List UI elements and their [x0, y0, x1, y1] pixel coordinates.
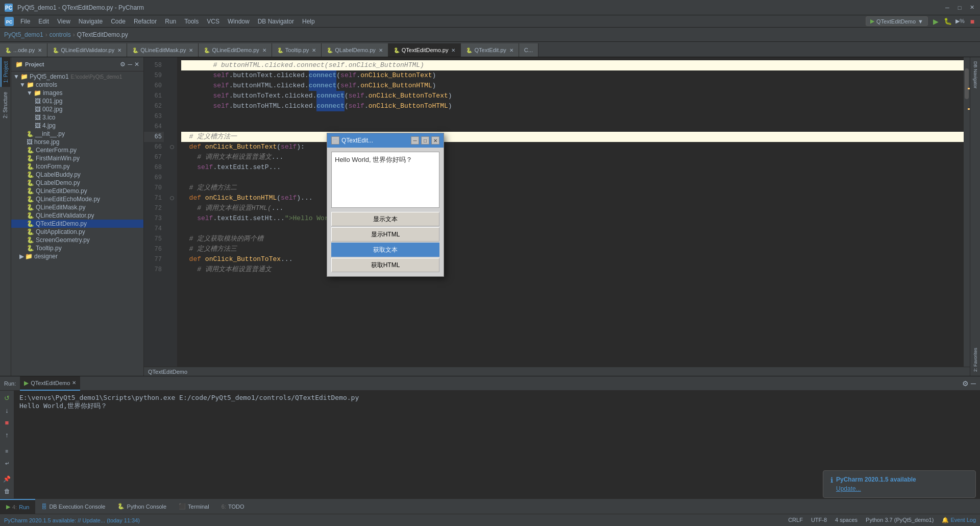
debug-button[interactable]: 🐛 — [942, 16, 953, 27]
project-collapse-icon[interactable]: ─ — [128, 61, 132, 68]
tab-close[interactable]: ✕ — [189, 47, 193, 53]
tree-designer[interactable]: ▶ 📁 designer — [11, 252, 143, 260]
minimize-button[interactable]: ─ — [943, 4, 951, 12]
bottom-tab-run[interactable]: ▶ 4: Run — [0, 499, 35, 514]
tab-close[interactable]: ✕ — [262, 47, 266, 53]
menu-dbnavigator[interactable]: DB Navigator — [254, 15, 298, 28]
tree-qlineeditechomode[interactable]: 🐍 QLineEditEchoMode.py — [11, 195, 143, 203]
tree-qlineeditvalidator[interactable]: 🐍 QLineEditValidator.py — [11, 211, 143, 220]
dialog-btn-show-html[interactable]: 显示HTML — [331, 227, 439, 242]
run-minimize-icon[interactable]: ─ — [971, 379, 976, 388]
tab-close[interactable]: ✕ — [117, 47, 121, 53]
wrap-button[interactable]: ↵ — [2, 458, 12, 468]
menu-window[interactable]: Window — [224, 15, 254, 28]
pin-button[interactable]: 📌 — [2, 474, 12, 484]
sidebar-tab-favorites[interactable]: 2: Favorites — [971, 344, 979, 376]
tree-qtexteditdemo[interactable]: 🐍 QTextEditDemo.py — [11, 220, 143, 228]
tree-tooltip[interactable]: 🐍 Tooltip.py — [11, 244, 143, 252]
dialog-maximize-button[interactable]: □ — [421, 136, 429, 145]
status-crlf[interactable]: CRLF — [788, 517, 803, 523]
scroll-up-button[interactable]: ↑ — [2, 429, 12, 440]
run-settings-icon[interactable]: ⚙ — [962, 379, 969, 388]
trash-button[interactable]: 🗑 — [2, 486, 12, 496]
run-tab-name[interactable]: QTextEditDemo — [31, 380, 70, 386]
breadcrumb-folder[interactable]: controls — [50, 31, 71, 38]
stop-run-button[interactable]: ■ — [2, 417, 12, 427]
run-button[interactable]: ▶ — [930, 16, 941, 27]
tree-qlineeditdemo[interactable]: 🐍 QLineEditDemo.py — [11, 187, 143, 195]
tree-firstmainwin[interactable]: 🐍 FirstMainWin.py — [11, 154, 143, 162]
run-with-coverage[interactable]: ▶% — [954, 16, 966, 27]
tree-qlabeldemo[interactable]: 🐍 QLabelDemo.py — [11, 179, 143, 187]
tab-close[interactable]: ✕ — [509, 47, 513, 53]
tree-controls[interactable]: ▼ 📁 controls — [11, 81, 143, 89]
menu-tools[interactable]: Tools — [180, 15, 203, 28]
stop-button[interactable]: ■ — [967, 16, 978, 27]
menu-edit[interactable]: Edit — [34, 15, 53, 28]
tree-screengeometry[interactable]: 🐍 ScreenGeometry.py — [11, 236, 143, 244]
menu-view[interactable]: View — [53, 15, 75, 28]
sidebar-tab-dbnavigator[interactable]: DB Navigator — [971, 57, 979, 93]
menu-refactor[interactable]: Refactor — [130, 15, 161, 28]
status-python[interactable]: Python 3.7 (PyQt5_demo1) — [866, 517, 934, 523]
tree-iconform[interactable]: 🐍 IconForm.py — [11, 162, 143, 171]
menu-code[interactable]: Code — [107, 15, 130, 28]
run-tab-close[interactable]: ✕ — [72, 380, 76, 386]
tab-close[interactable]: ✕ — [38, 47, 42, 53]
status-encoding[interactable]: UTF-8 — [811, 517, 827, 523]
tab-qlabeldemo[interactable]: 🐍 QLabelDemo.py ✕ — [322, 43, 388, 57]
bottom-tab-db-console[interactable]: 🗄 DB Execution Console — [35, 499, 111, 514]
menu-vcs[interactable]: VCS — [203, 15, 224, 28]
tab-close[interactable]: ✕ — [451, 47, 455, 53]
tree-images[interactable]: ▼ 📁 images — [11, 89, 143, 97]
bottom-tab-python-console[interactable]: 🐍 Python Console — [111, 499, 173, 514]
tree-horsejpg[interactable]: 🖼 horse.jpg — [11, 138, 143, 146]
tree-init[interactable]: 🐍 __init__.py — [11, 130, 143, 138]
dialog-btn-show-text[interactable]: 显示文本 — [331, 212, 439, 226]
project-settings-icon[interactable]: ⚙ — [120, 61, 126, 68]
tree-qlabelbuddy[interactable]: 🐍 QLabelBuddy.py — [11, 171, 143, 179]
tree-root[interactable]: ▼ 📁 PyQt5_demo1 E:\code\PyQt5_demo1 — [11, 73, 143, 81]
pycharm-update-status[interactable]: PyCharm 2020.1.5 available: // Update...… — [4, 517, 140, 523]
filter-button[interactable]: ≡ — [2, 446, 12, 456]
dialog-btn-get-text[interactable]: 获取文本 — [331, 243, 439, 257]
close-button[interactable]: ✕ — [968, 4, 976, 12]
tab-qlineeditdemo[interactable]: 🐍 QLineEditDemo.py ✕ — [199, 43, 272, 57]
menu-help[interactable]: Help — [298, 15, 319, 28]
tab-qlineeditmask[interactable]: 🐍 QLineEditMask.py ✕ — [127, 43, 199, 57]
tree-qlineeditmask[interactable]: 🐍 QLineEditMask.py — [11, 203, 143, 211]
code-content[interactable]: 58 59 60 61 62 63 64 65 66 67 68 69 70 7… — [144, 57, 970, 367]
dialog-minimize-button[interactable]: ─ — [411, 136, 419, 145]
tree-3ico[interactable]: 🖼 3.ico — [11, 113, 143, 122]
menu-file[interactable]: File — [16, 15, 34, 28]
status-event-log[interactable]: 🔔 Event Log — [942, 517, 976, 523]
bottom-tab-terminal[interactable]: ⬛ Terminal — [173, 499, 215, 514]
maximize-button[interactable]: □ — [955, 4, 964, 12]
scroll-down-button[interactable]: ↓ — [2, 405, 12, 415]
tree-4jpg[interactable]: 🖼 4.jpg — [11, 122, 143, 130]
rerun-button[interactable]: ↺ — [2, 393, 12, 403]
sidebar-tab-structure[interactable]: 2: Structure — [1, 88, 10, 123]
dialog-btn-get-html[interactable]: 获取HTML — [331, 258, 439, 272]
tree-001jpg[interactable]: 🖼 001.jpg — [11, 97, 143, 105]
tree-centerform[interactable]: 🐍 CenterForm.py — [11, 146, 143, 154]
run-config-selector[interactable]: ▶ QTextEditDemo ▼ — [866, 16, 928, 26]
status-indent[interactable]: 4 spaces — [835, 517, 857, 523]
bottom-tab-todo[interactable]: 6: TODO — [215, 499, 251, 514]
tab-tooltip[interactable]: 🐍 Tooltip.py ✕ — [272, 43, 322, 57]
tab-qlineeditvalidator[interactable]: 🐍 QLineEditValidator.py ✕ — [47, 43, 127, 57]
tab-code-py[interactable]: 🐍 ...ode.py ✕ — [0, 43, 47, 57]
breadcrumb-project[interactable]: PyQt5_demo1 — [4, 31, 43, 38]
tab-qtextedit[interactable]: 🐍 QTextEdit.py ✕ — [461, 43, 519, 57]
dialog-close-button[interactable]: ✕ — [431, 136, 439, 145]
project-hide-icon[interactable]: ✕ — [134, 61, 139, 68]
tree-quitapplication[interactable]: 🐍 QuitApplication.py — [11, 228, 143, 236]
menu-navigate[interactable]: Navigate — [75, 15, 107, 28]
tab-close[interactable]: ✕ — [312, 47, 316, 53]
sidebar-tab-project[interactable]: 1: Project — [1, 57, 10, 87]
tab-c-other[interactable]: C... — [519, 43, 538, 57]
menu-run[interactable]: Run — [161, 15, 180, 28]
tab-close[interactable]: ✕ — [379, 47, 383, 53]
code-text[interactable]: # buttonHTML.clicked.connect(self.onClic… — [177, 57, 964, 367]
tab-qtexteditdemo[interactable]: 🐍 QTextEditDemo.py ✕ — [388, 43, 461, 57]
